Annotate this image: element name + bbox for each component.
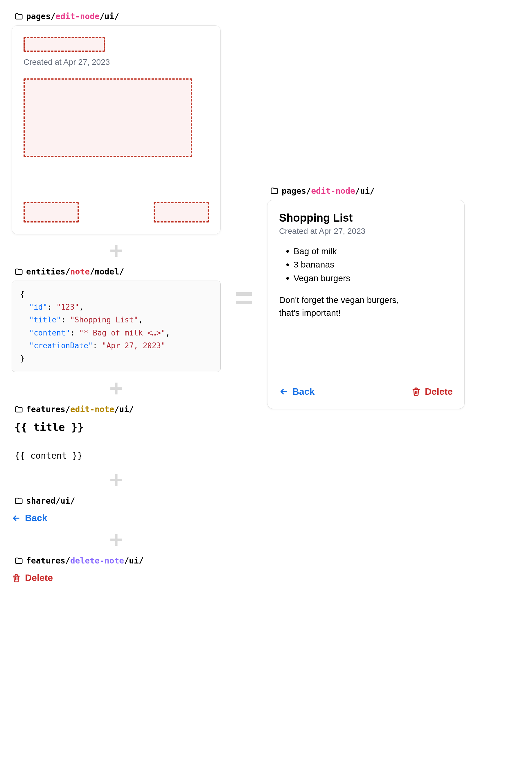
arrow-left-icon	[12, 513, 21, 523]
folder-icon	[15, 556, 23, 565]
folder-icon	[270, 187, 279, 195]
result-card: Shopping List Created at Apr 27, 2023 Ba…	[267, 200, 465, 409]
path-pages-edit-node: pages/edit-node/ui/	[15, 12, 221, 21]
plus-icon: +	[12, 239, 221, 262]
list-item: Vegan burgers	[294, 271, 453, 285]
trash-icon	[411, 387, 421, 396]
trash-icon	[12, 573, 21, 583]
wireframe-delete-slot	[153, 202, 209, 222]
folder-icon	[15, 267, 23, 276]
template-block: {{ title }} {{ content }}	[12, 418, 221, 464]
left-column: pages/edit-node/ui/ Created at Apr 27, 2…	[12, 12, 221, 583]
plus-icon: +	[12, 528, 221, 551]
path-features-edit-note: features/edit-note/ui/	[15, 405, 221, 414]
plus-icon: +	[12, 377, 221, 400]
wireframe-card: Created at Apr 27, 2023	[12, 25, 221, 234]
folder-icon	[15, 405, 23, 414]
arrow-left-icon	[279, 387, 288, 396]
wireframe-content-slot	[24, 79, 192, 157]
wireframe-back-slot	[24, 202, 79, 222]
result-date: Created at Apr 27, 2023	[279, 227, 453, 236]
json-code-block: { "id": "123", "title": "Shopping List",…	[12, 281, 221, 372]
architecture-diagram: pages/edit-node/ui/ Created at Apr 27, 2…	[12, 12, 520, 583]
path-features-delete-note: features/delete-note/ui/	[15, 556, 221, 565]
right-column: pages/edit-node/ui/ Shopping List Create…	[267, 186, 465, 409]
template-content: {{ content }}	[15, 450, 218, 461]
path-entities-note: entities/note/model/	[15, 267, 221, 276]
plus-icon: +	[12, 468, 221, 492]
delete-button[interactable]: Delete	[411, 386, 453, 397]
back-button[interactable]: Back	[279, 386, 315, 397]
result-list: Bag of milk 3 bananas Vegan burgers	[279, 245, 453, 285]
back-button[interactable]: Back	[12, 513, 47, 523]
template-title: {{ title }}	[15, 421, 218, 433]
result-title: Shopping List	[279, 212, 453, 224]
delete-button[interactable]: Delete	[12, 572, 53, 583]
folder-icon	[15, 497, 23, 505]
list-item: 3 bananas	[294, 258, 453, 271]
result-note: Don't forget the vegan burgers, that's i…	[279, 294, 453, 319]
wireframe-title-slot	[24, 37, 105, 52]
list-item: Bag of milk	[294, 245, 453, 258]
path-result-pages: pages/edit-node/ui/	[270, 186, 465, 196]
folder-icon	[15, 12, 23, 21]
wireframe-date: Created at Apr 27, 2023	[24, 58, 209, 67]
path-shared-ui: shared/ui/	[15, 496, 221, 506]
equals-icon: =	[232, 290, 256, 306]
